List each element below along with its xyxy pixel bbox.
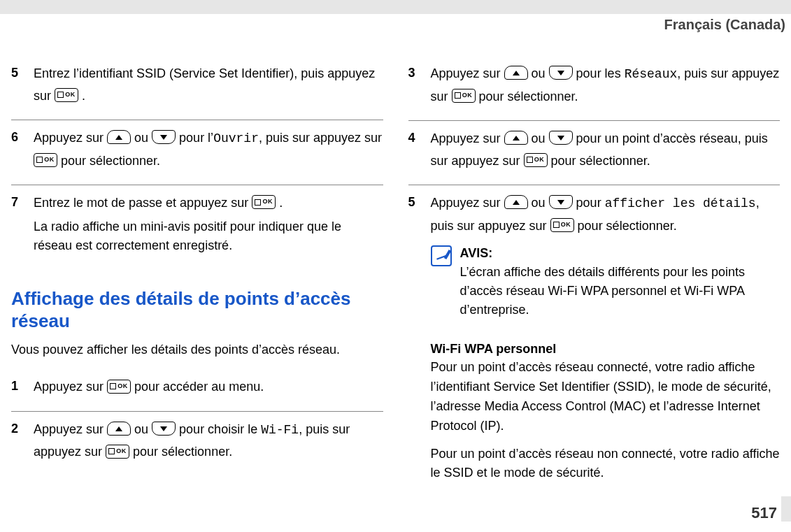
step: 5Entrez l’identifiant SSID (Service Set … — [11, 56, 383, 120]
page-number: 517 — [751, 504, 777, 522]
ok-button-icon — [55, 88, 78, 102]
step: 3Appuyez sur ou pour les Réseaux, puis s… — [408, 56, 781, 121]
ok-button-icon — [107, 380, 131, 394]
sub-paragraph-1: Pour un point d’accès réseau connecté, v… — [431, 358, 781, 436]
arrow-down-icon — [152, 130, 176, 144]
arrow-up-icon — [504, 66, 528, 80]
mono-text: Wi-Fi — [261, 423, 299, 437]
step-text: Appuyez sur pour accéder au menu. — [34, 376, 383, 398]
step-number: 3 — [408, 63, 421, 110]
step-number: 7 — [11, 192, 24, 258]
note-text: L’écran affiche des détails différents p… — [460, 263, 781, 319]
note: AVIS:L’écran affiche des détails différe… — [431, 244, 781, 319]
section-intro: Vous pouvez afficher les détails des poi… — [11, 340, 383, 360]
step: 4Appuyez sur ou pour un point d’accès ré… — [408, 121, 781, 185]
step: 1Appuyez sur pour accéder au menu. — [11, 369, 383, 412]
mono-text: Ouvrir — [213, 131, 259, 145]
left-column: 5Entrez l’identifiant SSID (Service Set … — [11, 56, 383, 491]
step-body: Appuyez sur ou pour afficher les détails… — [431, 192, 781, 319]
ok-button-icon — [452, 89, 476, 103]
ok-button-icon — [550, 218, 574, 232]
arrow-down-icon — [152, 422, 176, 436]
step-extra: La radio affiche un mini-avis positif po… — [34, 217, 383, 255]
step-text: Appuyez sur ou pour un point d’accès rés… — [431, 128, 781, 172]
step-text: Appuyez sur ou pour choisir le Wi-Fi, pu… — [34, 419, 383, 463]
step-list-b: 1Appuyez sur pour accéder au menu.2Appuy… — [11, 369, 383, 476]
step-body: Appuyez sur ou pour les Réseaux, puis su… — [431, 63, 781, 110]
arrow-up-icon — [504, 131, 528, 145]
arrow-down-icon — [549, 131, 573, 145]
step-number: 6 — [11, 127, 24, 175]
step-text: Appuyez sur ou pour les Réseaux, puis su… — [431, 63, 781, 108]
ok-button-icon — [252, 195, 276, 209]
sub-heading: Wi-Fi WPA personnel — [431, 342, 781, 357]
arrow-up-icon — [107, 422, 131, 436]
step-body: Appuyez sur ou pour l’Ouvrir, puis sur a… — [34, 127, 383, 175]
step-body: Entrez l’identifiant SSID (Service Set I… — [34, 63, 383, 110]
side-tab — [781, 496, 791, 522]
step-body: Appuyez sur ou pour un point d’accès rés… — [431, 128, 781, 175]
arrow-up-icon — [107, 130, 131, 144]
step-number: 5 — [11, 63, 24, 110]
page-content: 5Entrez l’identifiant SSID (Service Set … — [0, 14, 791, 505]
step-text: Appuyez sur ou pour l’Ouvrir, puis sur a… — [34, 127, 383, 172]
mono-text: Réseaux — [625, 67, 678, 81]
ok-button-icon — [524, 153, 548, 167]
note-body: AVIS:L’écran affiche des détails différe… — [460, 244, 781, 319]
arrow-up-icon — [504, 195, 528, 209]
step-text: Entrez l’identifiant SSID (Service Set I… — [34, 63, 383, 107]
step-number: 4 — [408, 128, 421, 175]
sub-paragraph-2: Pour un point d’accès réseau non connect… — [431, 445, 781, 484]
arrow-down-icon — [549, 195, 573, 209]
section-title: Affichage des détails de points d’accès … — [11, 287, 383, 333]
step-number: 5 — [408, 192, 421, 319]
right-column: 3Appuyez sur ou pour les Réseaux, puis s… — [408, 56, 781, 491]
step-text: Entrez le mot de passe et appuyez sur . — [34, 192, 383, 215]
step: 5Appuyez sur ou pour afficher les détail… — [408, 185, 781, 329]
ok-button-icon — [106, 445, 129, 459]
step-body: Appuyez sur pour accéder au menu. — [34, 376, 383, 401]
ok-button-icon — [34, 153, 57, 167]
step: 7Entrez le mot de passe et appuyez sur .… — [11, 185, 383, 268]
step-text: Appuyez sur ou pour afficher les détails… — [431, 192, 781, 237]
step-body: Appuyez sur ou pour choisir le Wi-Fi, pu… — [34, 419, 383, 466]
step-list-a: 5Entrez l’identifiant SSID (Service Set … — [11, 56, 383, 268]
mono-text: afficher les détails — [605, 196, 756, 210]
note-label: AVIS: — [460, 244, 781, 263]
step-number: 1 — [11, 376, 24, 401]
note-icon — [431, 245, 452, 266]
step-number: 2 — [11, 419, 24, 466]
arrow-down-icon — [549, 66, 573, 80]
step: 2Appuyez sur ou pour choisir le Wi-Fi, p… — [11, 412, 383, 476]
step-body: Entrez le mot de passe et appuyez sur .L… — [34, 192, 383, 258]
step: 6Appuyez sur ou pour l’Ouvrir, puis sur … — [11, 120, 383, 185]
header-language: Français (Canada) — [664, 17, 785, 33]
top-bar — [0, 0, 791, 14]
step-list-c: 3Appuyez sur ou pour les Réseaux, puis s… — [408, 56, 781, 329]
